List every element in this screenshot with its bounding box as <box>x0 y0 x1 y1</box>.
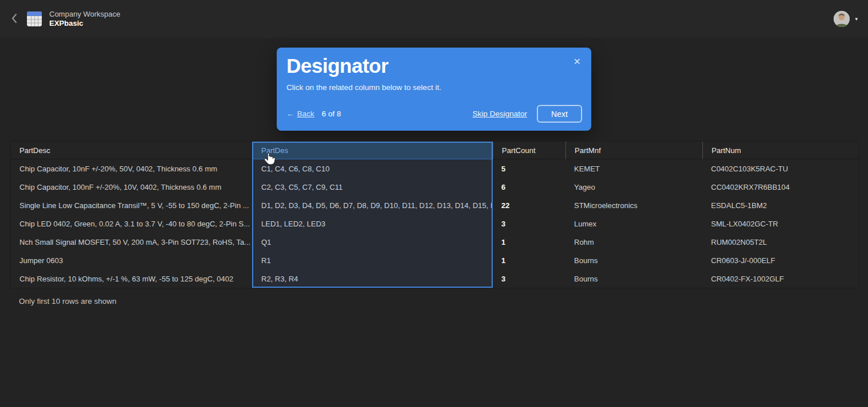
column-header-partcount[interactable]: PartCount <box>493 142 565 159</box>
table-row: Single Line Low Capacitance Transil™, 5 … <box>11 196 858 214</box>
cell-partdes[interactable]: R1 <box>253 251 493 269</box>
cell-partdesc[interactable]: Chip LED 0402, Green, 0.02 A, 3.1 to 3.7… <box>11 214 253 233</box>
cell-partdesc[interactable]: Single Line Low Capacitance Transil™, 5 … <box>11 196 253 214</box>
table-header-row: PartDesc PartDes PartCount PartMnf PartN… <box>11 142 858 159</box>
cell-partdesc[interactable]: Nch Small Signal MOSFET, 50 V, 200 mA, 3… <box>11 233 253 251</box>
cell-partnum[interactable]: CR0402-FX-1002GLF <box>702 269 858 288</box>
parts-table: PartDesc PartDes PartCount PartMnf PartN… <box>10 141 859 288</box>
cell-partcount[interactable]: 1 <box>493 233 565 251</box>
app-bar: Company Workspace EXPbasic ▾ <box>0 0 868 38</box>
cell-partdesc[interactable]: Chip Capacitor, 10nF +/-20%, 50V, 0402, … <box>11 159 253 178</box>
cell-partmnf[interactable]: STMicroelectronics <box>565 196 702 214</box>
cell-partdes[interactable]: Q1 <box>253 233 493 251</box>
modal-footer: ← Back 6 of 8 Skip Designator Next <box>286 105 582 123</box>
workspace-name: Company Workspace <box>49 10 120 19</box>
next-button[interactable]: Next <box>537 105 582 123</box>
cell-partdesc[interactable]: Chip Resistor, 10 kOhms, +/-1 %, 63 mW, … <box>11 269 253 288</box>
column-header-partdes[interactable]: PartDes <box>253 142 493 159</box>
table-row: Nch Small Signal MOSFET, 50 V, 200 mA, 3… <box>11 233 858 251</box>
arrow-left-icon: ← <box>286 109 294 118</box>
table-row: Chip Resistor, 10 kOhms, +/-1 %, 63 mW, … <box>11 269 858 288</box>
column-header-partmnf[interactable]: PartMnf <box>565 142 702 159</box>
table-row: Chip Capacitor, 100nF +/-20%, 10V, 0402,… <box>11 178 858 196</box>
cell-partmnf[interactable]: Yageo <box>565 178 702 196</box>
caret-down-icon[interactable]: ▾ <box>855 16 858 22</box>
app-titles: Company Workspace EXPbasic <box>49 10 120 29</box>
skip-designator-link[interactable]: Skip Designator <box>473 109 527 118</box>
rows-shown-note: Only first 10 rows are shown <box>19 297 116 306</box>
tour-step-indicator: 6 of 8 <box>322 109 341 118</box>
cell-partdes[interactable]: C1, C4, C6, C8, C10 <box>253 159 493 178</box>
cell-partdesc[interactable]: Jumper 0603 <box>11 251 253 269</box>
cell-partdes[interactable]: C2, C3, C5, C7, C9, C11 <box>253 178 493 196</box>
designator-tour-modal: Designator Click on the related column b… <box>277 48 591 131</box>
cell-partcount[interactable]: 3 <box>493 214 565 233</box>
cell-partcount[interactable]: 1 <box>493 251 565 269</box>
cell-partmnf[interactable]: Rohm <box>565 233 702 251</box>
cell-partmnf[interactable]: KEMET <box>565 159 702 178</box>
app-name: EXPbasic <box>49 19 120 28</box>
table-row: Jumper 0603 R1 1 Bourns CR0603-J/-000ELF <box>11 251 858 269</box>
cell-partcount[interactable]: 6 <box>493 178 565 196</box>
cell-partnum[interactable]: RUM002N05T2L <box>702 233 858 251</box>
back-button[interactable] <box>10 13 19 25</box>
cell-partdes[interactable]: R2, R3, R4 <box>253 269 493 288</box>
column-header-partdesc[interactable]: PartDesc <box>11 142 253 159</box>
cell-partmnf[interactable]: Lumex <box>565 214 702 233</box>
table-row: Chip LED 0402, Green, 0.02 A, 3.1 to 3.7… <box>11 214 858 233</box>
cell-partcount[interactable]: 5 <box>493 159 565 178</box>
tour-back-label: Back <box>297 109 315 118</box>
cell-partnum[interactable]: ESDALC5-1BM2 <box>702 196 858 214</box>
chevron-left-icon <box>11 13 17 25</box>
cell-partnum[interactable]: CC0402KRX7R6BB104 <box>702 178 858 196</box>
cell-partmnf[interactable]: Bourns <box>565 251 702 269</box>
column-header-partnum[interactable]: PartNum <box>702 142 858 159</box>
tour-back-link[interactable]: ← Back <box>286 109 315 118</box>
modal-title: Designator <box>286 53 388 79</box>
cell-partdes[interactable]: LED1, LED2, LED3 <box>253 214 493 233</box>
cell-partcount[interactable]: 3 <box>493 269 565 288</box>
cell-partnum[interactable]: SML-LX0402GC-TR <box>702 214 858 233</box>
table-row: Chip Capacitor, 10nF +/-20%, 50V, 0402, … <box>11 159 858 178</box>
cell-partmnf[interactable]: Bourns <box>565 269 702 288</box>
cell-partdes[interactable]: D1, D2, D3, D4, D5, D6, D7, D8, D9, D10,… <box>253 196 493 214</box>
cell-partnum[interactable]: C0402C103K5RAC-TU <box>702 159 858 178</box>
cell-partdesc[interactable]: Chip Capacitor, 100nF +/-20%, 10V, 0402,… <box>11 178 253 196</box>
cell-partcount[interactable]: 22 <box>493 196 565 214</box>
close-icon[interactable]: ✕ <box>571 55 583 69</box>
cell-partnum[interactable]: CR0603-J/-000ELF <box>702 251 858 269</box>
spreadsheet-icon <box>27 11 42 26</box>
user-avatar[interactable] <box>834 11 850 27</box>
modal-subtitle: Click on the related column below to sel… <box>286 83 441 92</box>
